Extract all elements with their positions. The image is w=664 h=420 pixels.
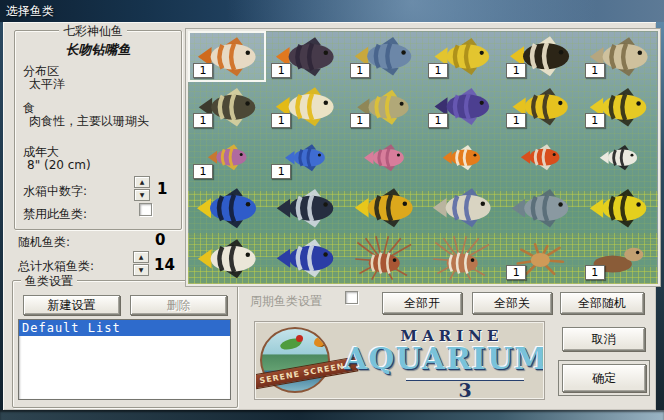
fish-name: 长吻钻嘴鱼 (15, 41, 181, 59)
ok-button[interactable]: 确定 (562, 364, 646, 392)
fish-cell[interactable] (188, 233, 266, 284)
fish-icon (191, 185, 263, 232)
fish-cell[interactable]: 1 (345, 31, 423, 82)
random-fish-value: 0 (155, 231, 165, 249)
fish-icon (596, 143, 641, 172)
fish-cell[interactable] (423, 132, 501, 183)
fish-icon (427, 185, 497, 231)
fish-icon (584, 186, 653, 231)
delete-settings-button[interactable]: 删除 (130, 295, 227, 315)
fish-cell[interactable] (423, 233, 501, 284)
fish-count-badge: 1 (271, 164, 291, 179)
fish-cell[interactable]: 1 (501, 82, 579, 133)
fish-count-badge: 1 (271, 63, 291, 78)
fish-icon (517, 142, 564, 172)
fish-cell[interactable]: 1 (501, 233, 579, 284)
fish-count-badge: 1 (193, 164, 213, 179)
fish-icon (439, 143, 484, 172)
bird-head-icon (296, 335, 303, 342)
total-tank-value: 14 (154, 256, 175, 274)
number-in-tank-label: 水箱中数字: (23, 183, 87, 200)
fish-cell[interactable] (345, 132, 423, 183)
fish-cell[interactable] (423, 183, 501, 234)
disable-fish-checkbox[interactable] (139, 203, 152, 216)
window-title: 选择鱼类 (6, 3, 54, 20)
logo-line-three: 3 (406, 379, 524, 399)
spin-down-icon[interactable]: ▼ (134, 189, 150, 201)
fish-cell[interactable] (188, 183, 266, 234)
settings-listbox[interactable]: Default List (18, 319, 231, 400)
distribution-value: 太平洋 (29, 76, 65, 93)
fish-cell[interactable] (501, 183, 579, 234)
number-in-tank-value: 1 (157, 180, 167, 198)
fish-cell[interactable]: 1 (580, 233, 658, 284)
fish-settings-group-title: 鱼类设置 (21, 273, 77, 290)
food-value: 肉食性，主要以珊瑚头 (29, 113, 149, 130)
fish-count-badge: 1 (350, 113, 370, 128)
logo-line-aquarium: AQUARIUM (344, 341, 544, 376)
fish-icon (349, 185, 420, 231)
fish-icon (192, 236, 262, 282)
adult-size-value: 8" (20 cm) (27, 158, 91, 172)
fish-cell[interactable]: 1 (345, 82, 423, 133)
fish-cell[interactable]: 1 (423, 31, 501, 82)
fish-count-badge: 1 (428, 113, 448, 128)
fish-cell[interactable] (580, 132, 658, 183)
fish-count-badge: 1 (428, 63, 448, 78)
fish-cell[interactable] (345, 183, 423, 234)
disable-fish-label: 禁用此鱼类: (23, 206, 87, 223)
marine-aquarium-logo: SERENE SCREEN MARINE AQUARIUM 3 (255, 322, 544, 399)
fish-settings-group: 鱼类设置 新建设置 删除 Default List (12, 280, 238, 408)
periodic-fish-checkbox[interactable] (345, 291, 358, 304)
butterfly-icon (314, 337, 326, 347)
fish-info-group-title: 七彩神仙鱼 (59, 23, 127, 40)
periodic-fish-label: 周期鱼类设置 (250, 293, 322, 310)
fish-count-badge: 1 (271, 113, 291, 128)
fish-cell[interactable]: 1 (423, 82, 501, 133)
fish-cell[interactable]: 1 (501, 31, 579, 82)
fish-cell[interactable]: 1 (580, 82, 658, 133)
fish-icon (506, 186, 575, 231)
fish-cell[interactable]: 1 (580, 31, 658, 82)
dialog-client-area: 七彩神仙鱼 长吻钻嘴鱼 分布区 太平洋 食 肉食性，主要以珊瑚头 成年大 8" … (3, 22, 656, 410)
fish-count-badge: 1 (350, 63, 370, 78)
spin-down-icon[interactable]: ▼ (133, 264, 149, 276)
fish-grid: 1111111111111111 (188, 31, 658, 284)
fish-info-group: 七彩神仙鱼 长吻钻嘴鱼 分布区 太平洋 食 肉食性，主要以珊瑚头 成年大 8" … (14, 30, 182, 230)
list-item[interactable]: Default List (19, 320, 230, 336)
fish-cell[interactable] (580, 183, 658, 234)
fish-cell[interactable]: 1 (266, 31, 344, 82)
fish-cell[interactable] (345, 233, 423, 284)
fish-icon (271, 236, 340, 281)
fish-cell[interactable] (501, 132, 579, 183)
fish-cell[interactable]: 1 (266, 82, 344, 133)
fish-count-badge: 1 (193, 63, 213, 78)
random-fish-label: 随机鱼类: (18, 234, 70, 251)
all-on-button[interactable]: 全部开 (382, 292, 462, 314)
spin-up-icon[interactable]: ▲ (134, 176, 150, 188)
fish-cell[interactable] (266, 183, 344, 234)
number-in-tank-spinner: ▲ ▼ (134, 176, 150, 201)
fish-count-badge: 1 (585, 63, 605, 78)
fish-cell[interactable] (266, 233, 344, 284)
all-random-button[interactable]: 全部随机 (560, 292, 644, 314)
titlebar[interactable]: 选择鱼类 (0, 0, 664, 22)
dialog-window: 选择鱼类 七彩神仙鱼 长吻钻嘴鱼 分布区 太平洋 食 肉食性，主要以珊瑚头 成年… (0, 0, 664, 420)
fish-cell[interactable]: 1 (188, 82, 266, 133)
fish-cell[interactable]: 1 (266, 132, 344, 183)
new-settings-button[interactable]: 新建设置 (23, 295, 120, 315)
fish-icon (347, 235, 421, 283)
fish-icon (425, 235, 499, 283)
fish-count-badge: 1 (585, 113, 605, 128)
cancel-button[interactable]: 取消 (562, 327, 645, 351)
fish-count-badge: 1 (506, 113, 526, 128)
spin-up-icon[interactable]: ▲ (133, 251, 149, 263)
fish-cell[interactable]: 1 (188, 132, 266, 183)
window-frame-bottom (0, 410, 664, 420)
fish-icon (271, 186, 340, 231)
all-off-button[interactable]: 全部关 (472, 292, 552, 314)
fish-count-badge: 1 (585, 265, 605, 280)
fish-cell[interactable]: 1 (188, 31, 266, 82)
fish-grid-panel: 1111111111111111 (186, 29, 660, 286)
fish-icon (360, 142, 409, 173)
